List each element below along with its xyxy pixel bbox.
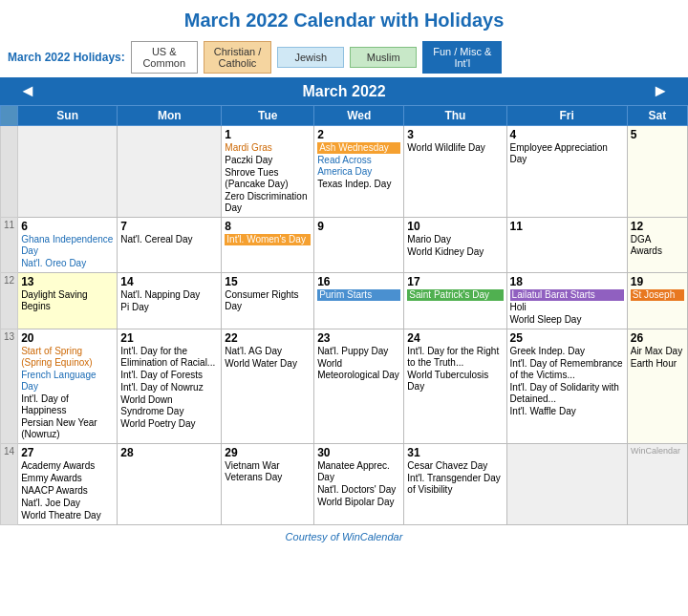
day-cell-23: 23 Nat'l. Puppy Day World Meteorological… [314,329,404,444]
week-num: 12 [1,273,18,329]
day-cell-21: 21 Int'l. Day for the Elimination of Rac… [118,329,222,444]
table-row: 13 20 Start of Spring (Spring Equinox) F… [1,329,688,444]
week-num: 13 [1,329,18,444]
week-num: 11 [1,218,18,273]
table-row: 12 13 Daylight Saving Begins 14 Nat'l. N… [1,273,688,329]
day-cell-empty [506,444,627,525]
col-fri: Fri [506,106,627,126]
day-cell-13: 13 Daylight Saving Begins [18,273,118,329]
col-thu: Thu [404,106,506,126]
table-row: 14 27 Academy Awards Emmy Awards NAACP A… [1,444,688,525]
courtesy-text: Courtesy of WinCalendar [0,525,688,548]
day-cell-31: 31 Cesar Chavez Day Int'l. Transgender D… [404,444,506,525]
tab-christian[interactable]: Christian /Catholic [204,41,272,74]
day-cell-7: 7 Nat'l. Cereal Day [118,218,222,273]
day-cell-16: 16 Purim Starts [314,273,404,329]
day-cell-15: 15 Consumer Rights Day [222,273,314,329]
day-cell-17: 17 Saint Patrick's Day [404,273,506,329]
week-num [1,126,18,218]
day-cell-24: 24 Int'l. Day for the Right to the Truth… [404,329,506,444]
col-tue: Tue [222,106,314,126]
day-cell-6: 6 Ghana Independence Day Nat'l. Oreo Day [18,218,118,273]
col-sun: Sun [18,106,118,126]
day-cell-12: 12 DGA Awards [627,218,687,273]
week-num: 14 [1,444,18,525]
day-cell-5: 5 [627,126,687,218]
day-cell-1: 1 Mardi Gras Paczki Day Shrove Tues (Pan… [222,126,314,218]
day-cell-11: 11 [506,218,627,273]
day-cell-19: 19 St Joseph [627,273,687,329]
table-row: 11 6 Ghana Independence Day Nat'l. Oreo … [1,218,688,273]
prev-arrow[interactable]: ◄ [10,81,46,101]
day-cell-27: 27 Academy Awards Emmy Awards NAACP Awar… [18,444,118,525]
day-cell-empty [118,126,222,218]
day-cell-empty [18,126,118,218]
day-cell-14: 14 Nat'l. Napping Day Pi Day [118,273,222,329]
day-cell-10: 10 Mario Day World Kidney Day [404,218,506,273]
tab-us-common[interactable]: US &Common [131,41,198,74]
tab-muslim[interactable]: Muslim [350,47,417,68]
tab-jewish[interactable]: Jewish [277,47,344,68]
day-cell-22: 22 Nat'l. AG Day World Water Day [222,329,314,444]
day-cell-29: 29 Vietnam War Veterans Day [222,444,314,525]
day-cell-20: 20 Start of Spring (Spring Equinox) Fren… [18,329,118,444]
table-row: 1 Mardi Gras Paczki Day Shrove Tues (Pan… [1,126,688,218]
holidays-label: March 2022 Holidays: [8,51,125,64]
day-cell-18: 18 Lailatul Barat Starts Holi World Slee… [506,273,627,329]
col-week [1,106,18,126]
col-mon: Mon [118,106,222,126]
day-cell-3: 3 World Wildlife Day [404,126,506,218]
calendar-nav: ◄ March 2022 ► [0,77,688,105]
day-cell-8: 8 Int'l. Women's Day [222,218,314,273]
day-cell-empty-sat: WinCalendar [627,444,687,525]
day-cell-25: 25 Greek Indep. Day Int'l. Day of Rememb… [506,329,627,444]
next-arrow[interactable]: ► [642,81,678,101]
col-wed: Wed [314,106,404,126]
day-cell-2: 2 Ash Wednesday Read Across America Day … [314,126,404,218]
wincalendar-credit: WinCalendar [631,446,684,457]
day-cell-30: 30 Manatee Apprec. Day Nat'l. Doctors' D… [314,444,404,525]
day-cell-4: 4 Employee Appreciation Day [506,126,627,218]
holidays-bar: March 2022 Holidays: US &Common Christia… [0,37,688,77]
page-title: March 2022 Calendar with Holidays [0,0,688,37]
tab-fun[interactable]: Fun / Misc &Int'l [422,41,502,74]
day-cell-9: 9 [314,218,404,273]
calendar-table: Sun Mon Tue Wed Thu Fri Sat 1 Mardi Gras… [0,105,688,525]
day-cell-28: 28 [118,444,222,525]
day-cell-26: 26 Air Max Day Earth Hour [627,329,687,444]
col-sat: Sat [627,106,687,126]
calendar-month-title: March 2022 [46,83,642,100]
